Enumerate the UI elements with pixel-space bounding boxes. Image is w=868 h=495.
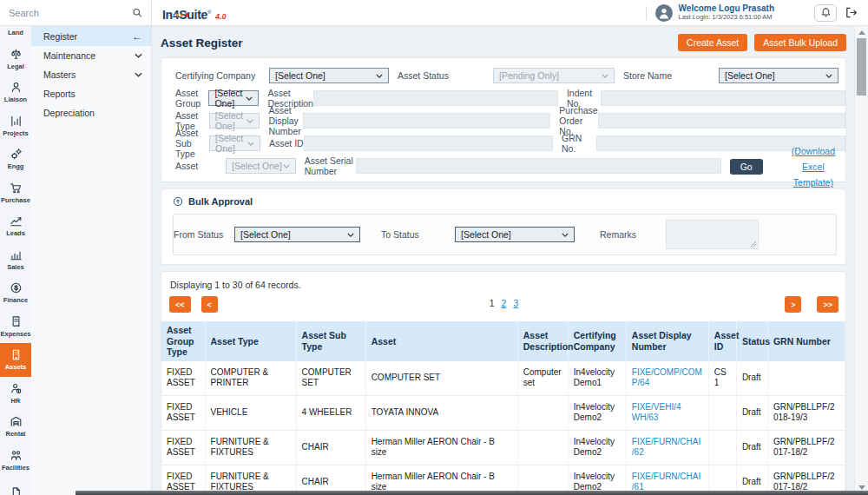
- submenu-item-depreciation[interactable]: Depreciation: [31, 103, 151, 122]
- cell: Herman Miller AERON Chair - B size: [365, 430, 517, 465]
- certifying-company-select[interactable]: [Select One]: [269, 68, 389, 83]
- dollar-icon: [10, 281, 23, 294]
- sidebar-item-sales[interactable]: Sales: [0, 243, 31, 277]
- asset-sub-type-label: Asset Sub Type: [175, 128, 209, 159]
- chevron-down-icon: [283, 164, 290, 168]
- sidebar-item-projects[interactable]: Projects: [0, 109, 31, 143]
- purchase-order-no-label: Purchase Order No.: [559, 105, 597, 136]
- logo-dots-icon: [168, 4, 190, 20]
- cell: FIXED ASSET: [161, 361, 205, 396]
- cell: GRN/PBLLPF/2017-18/2: [767, 430, 845, 465]
- sidebar-item-assets[interactable]: Assets: [0, 343, 31, 377]
- create-asset-button[interactable]: Create Asset: [678, 34, 747, 51]
- sidebar-item-leads[interactable]: Leads: [0, 209, 31, 243]
- cell: Draft: [736, 361, 767, 396]
- asset-description-input[interactable]: [313, 90, 558, 106]
- notifications-button[interactable]: [814, 4, 837, 22]
- trend-icon: [10, 214, 23, 228]
- to-status-label: To Status: [381, 229, 455, 240]
- hr-icon: [10, 382, 23, 395]
- scales-icon: [10, 48, 23, 61]
- facilities-icon: [10, 449, 23, 462]
- search-box[interactable]: [0, 0, 152, 26]
- download-excel-template-link[interactable]: (Download Excel Template): [792, 146, 835, 188]
- sidebar-item-engg[interactable]: Engg: [0, 142, 31, 176]
- asset-bulk-upload-button[interactable]: Asset Bulk Upload: [754, 34, 846, 51]
- bulk-approval-panel: Bulk Approval From Status [Select One] T…: [161, 188, 846, 265]
- asset-display-number-link[interactable]: FIXE/FURN/CHAI/62: [626, 430, 708, 465]
- asset-display-number-link[interactable]: FIXE/COMP/COMP/64: [626, 361, 708, 396]
- search-input[interactable]: [9, 8, 132, 18]
- asset-display-number-label: Asset Display Number: [268, 105, 303, 136]
- asset-display-number-input[interactable]: [303, 113, 550, 129]
- circle-arrow-up-icon: [173, 196, 183, 207]
- logo-version: 4.0: [215, 12, 227, 21]
- pagination-next-button[interactable]: >: [785, 296, 801, 313]
- person-silhouette-icon: [657, 6, 671, 20]
- building-icon: [10, 348, 23, 361]
- icon-sidebar: LandLegalLiaisonProjectsEnggPurchaseLead…: [0, 26, 31, 495]
- person-icon: [10, 81, 23, 94]
- submenu-item-maintenance[interactable]: Maintenance: [31, 46, 151, 65]
- sidebar-item-rental[interactable]: Rental: [0, 410, 31, 444]
- sidebar-item-more[interactable]: [0, 477, 31, 495]
- scroll-thumb[interactable]: [857, 38, 866, 96]
- sidebar-item-hr[interactable]: HR: [0, 377, 31, 411]
- asset-id-input[interactable]: [304, 135, 553, 151]
- asset-group-select[interactable]: [Select One]: [208, 90, 259, 106]
- doc-icon: [10, 486, 23, 495]
- logout-icon: [845, 6, 858, 19]
- sidebar-item-liaison[interactable]: Liaison: [0, 76, 31, 109]
- go-button[interactable]: Go: [730, 159, 763, 175]
- module-submenu: Register←MaintenanceMastersReportsDeprec…: [31, 26, 152, 495]
- asset-table: Asset Group TypeAsset TypeAsset Sub Type…: [161, 321, 845, 495]
- column-header-asset: Asset: [365, 321, 517, 361]
- to-status-select[interactable]: [Select One]: [455, 227, 575, 242]
- cell: FURNITURE & FIXTURES: [205, 430, 296, 465]
- chevron-down-icon: [135, 72, 142, 77]
- vertical-scrollbar[interactable]: [854, 26, 868, 495]
- logout-button[interactable]: [845, 6, 858, 19]
- sidebar-item-purchase[interactable]: Purchase: [0, 176, 31, 210]
- sidebar-item-finance[interactable]: Finance: [0, 276, 31, 310]
- chevron-down-icon: [376, 74, 383, 78]
- store-name-select[interactable]: [Select One]: [719, 68, 838, 83]
- remarks-label: Remarks: [600, 229, 666, 240]
- table-row: FIXED ASSETCOMPUTER & PRINTERCOMPUTER SE…: [161, 361, 845, 396]
- scroll-down-arrow[interactable]: [858, 485, 865, 490]
- page-number-link[interactable]: 3: [513, 298, 518, 308]
- asset-serial-number-label: Asset Serial Number: [305, 155, 356, 176]
- search-icon[interactable]: [132, 7, 142, 18]
- from-status-select[interactable]: [Select One]: [234, 227, 360, 242]
- receipt-icon: [10, 315, 23, 328]
- remarks-textarea[interactable]: [667, 221, 758, 248]
- asset-id-label: Asset ID: [269, 138, 304, 148]
- indent-no-input[interactable]: [601, 90, 845, 106]
- scroll-up-arrow[interactable]: [858, 30, 865, 35]
- page-number-link[interactable]: 2: [502, 298, 507, 308]
- cell: [517, 395, 568, 430]
- asset-display-number-link[interactable]: FIXE/VEHI/4 WH/63: [626, 395, 708, 430]
- cell: FIXED ASSET: [161, 430, 205, 465]
- pagination: << < 123 > >>: [169, 296, 838, 313]
- sidebar-item-expenses[interactable]: Expenses: [0, 310, 31, 344]
- cell: GRN/PBLLPF/2018-19/3: [767, 395, 845, 430]
- cell: COMPUTER SET: [296, 361, 365, 396]
- pagination-last-button[interactable]: >>: [817, 296, 838, 313]
- avatar[interactable]: [655, 4, 673, 22]
- sidebar-item-legal[interactable]: Legal: [0, 43, 31, 76]
- garage-icon: [10, 415, 23, 428]
- chevron-down-icon: [247, 142, 254, 146]
- column-header-asset-display-number: Asset Display Number: [626, 321, 708, 361]
- sidebar-item-facilities[interactable]: Facilities: [0, 444, 31, 478]
- purchase-order-no-input[interactable]: [598, 113, 845, 129]
- cell: VEHICLE: [205, 395, 296, 430]
- submenu-item-register[interactable]: Register←: [31, 26, 151, 46]
- cell: Computer set: [517, 361, 568, 396]
- submenu-item-masters[interactable]: Masters: [31, 65, 151, 84]
- asset-serial-number-input[interactable]: [356, 158, 721, 174]
- back-arrow-icon[interactable]: ←: [132, 30, 142, 43]
- cell: CS1: [708, 361, 736, 396]
- submenu-item-reports[interactable]: Reports: [31, 84, 151, 103]
- resize-grip-icon[interactable]: [750, 241, 757, 248]
